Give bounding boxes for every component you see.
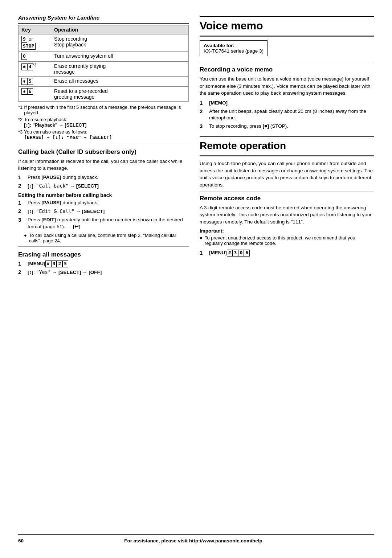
key-4: 4 xyxy=(27,63,33,70)
footnote-ref-3: *3 xyxy=(33,63,36,67)
key-5: 5 xyxy=(27,78,33,85)
col-operation: Operation xyxy=(51,25,189,34)
key-cell: 0 xyxy=(19,51,51,61)
footer-page-num: 60 xyxy=(18,538,24,543)
recording-body: You can use the base unit to leave a voi… xyxy=(200,75,374,97)
left-column: Answering System for Landline Key Operat… xyxy=(18,15,189,527)
remote-top-divider xyxy=(200,136,374,137)
step-item: 2 [↕]: "Yes" → [SELECT] → [OFF] xyxy=(18,269,189,276)
recording-heading: Recording a voice memo xyxy=(200,66,374,73)
voice-memo-title: Voice memo xyxy=(200,20,374,32)
important-label: Important: xyxy=(200,228,374,234)
footnote-2: *2 To resume playback: [↕]: "Playback" →… xyxy=(18,117,189,128)
op-cell: Turn answering system off xyxy=(51,51,189,61)
key-0: 0 xyxy=(21,53,27,60)
key-cell: ✱5 xyxy=(19,76,51,86)
calling-back-heading: Calling back (Caller ID subscribers only… xyxy=(18,148,189,156)
editing-heading: Editing the number before calling back xyxy=(18,192,189,198)
key-star3: ✱ xyxy=(21,88,27,95)
answering-title: Answering System for Landline xyxy=(18,15,189,21)
key-cell: ✱4*3 xyxy=(19,61,51,76)
footer: 60 For assistance, please visit http://w… xyxy=(18,534,374,543)
step-item: 1 [MEMO] xyxy=(200,100,374,107)
footnote-1: *1 If pressed within the first 5 seconds… xyxy=(18,104,189,115)
voice-memo-divider xyxy=(200,36,374,37)
table-row: 0 Turn answering system off xyxy=(19,51,189,61)
page: Answering System for Landline Key Operat… xyxy=(0,0,392,558)
footnote-3: *3 You can also erase as follows: [ERASE… xyxy=(18,129,189,140)
remote-op-title: Remote operation xyxy=(200,140,374,152)
step-item: 3 To stop recording, press [■] (STOP). xyxy=(200,123,374,130)
recording-steps: 1 [MEMO] 2 After the unit beeps, speak c… xyxy=(200,100,374,130)
step-item: 2 [↕]: "Call back" → [SELECT] xyxy=(18,182,189,190)
remote-access-body: A 3-digit remote access code must be ent… xyxy=(200,204,374,226)
footnotes: *1 If pressed within the first 5 seconds… xyxy=(18,104,189,140)
table-row: ✱5 Erase all messages xyxy=(19,76,189,86)
key-star2: ✱ xyxy=(21,78,27,85)
top-divider xyxy=(18,23,189,24)
bullet-cellular: ● To call back using a cellular line, co… xyxy=(24,233,189,243)
col-key: Key xyxy=(19,25,51,34)
step-item: 2 [↕]: "Edit & Call" → [SELECT] xyxy=(18,208,189,215)
op-cell: Stop recording Stop playback xyxy=(51,34,189,52)
available-box: Available for: KX-TG7641 series (page 3) xyxy=(200,40,268,56)
footer-text: For assistance, please visit http://www.… xyxy=(24,538,363,543)
important-step: 1 [MENU]#306 xyxy=(200,250,374,257)
calling-back-body: If caller information is received for th… xyxy=(18,158,189,172)
erasing-heading: Erasing all messages xyxy=(18,251,189,258)
key-cell: ✱6 xyxy=(19,86,51,101)
step-item: 2 After the unit beeps, speak clearly ab… xyxy=(200,108,374,122)
remote-access-heading: Remote access code xyxy=(200,195,374,202)
right-divider-thin xyxy=(200,63,374,63)
remote-divider xyxy=(200,155,374,156)
step-item: 3 Press [EDIT] repeatedly until the phon… xyxy=(18,217,189,230)
key-operation-table: Key Operation 9 or STOP Stop recording S… xyxy=(18,25,189,102)
calling-back-steps: 1 Press [PAUSE] during playback. 2 [↕]: … xyxy=(18,174,189,190)
key-cell: 9 or STOP xyxy=(19,34,51,52)
divider-2 xyxy=(18,246,189,247)
op-cell: Erase all messages xyxy=(51,76,189,86)
erasing-steps: 1 [MENU]#325 2 [↕]: "Yes" → [SELECT] → [… xyxy=(18,260,189,276)
key-6: 6 xyxy=(27,88,33,95)
step-item: 1 Press [PAUSE] during playback. xyxy=(18,174,189,181)
step-item: 1 [MENU]#325 xyxy=(18,260,189,267)
important-bullet-text: To prevent unauthorized access to this p… xyxy=(205,235,374,246)
key-star: ✱ xyxy=(21,63,27,70)
step-item: 1 [MENU]#306 xyxy=(200,250,374,257)
table-row: ✱6 Reset to a pre-recorded greeting mess… xyxy=(19,86,189,101)
divider-1 xyxy=(18,144,189,144)
editing-steps: 1 Press [PAUSE] during playback. 2 [↕]: … xyxy=(18,200,189,230)
right-column: Voice memo Available for: KX-TG7641 seri… xyxy=(200,15,374,527)
table-row: ✱4*3 Erase currently playing message xyxy=(19,61,189,76)
op-cell: Erase currently playing message xyxy=(51,61,189,76)
table-row: 9 or STOP Stop recording Stop playback xyxy=(19,34,189,52)
op-cell: Reset to a pre-recorded greeting message xyxy=(51,86,189,101)
important-bullet-item: ● To prevent unauthorized access to this… xyxy=(200,235,374,246)
key-9: 9 xyxy=(21,36,27,43)
key-stop: STOP xyxy=(21,43,36,50)
step-item: 1 Press [PAUSE] during playback. xyxy=(18,200,189,206)
right-top-divider xyxy=(200,16,374,17)
available-model: KX-TG7641 series (page 3) xyxy=(204,48,264,54)
available-label: Available for: xyxy=(204,43,234,48)
remote-op-body: Using a touch-tone phone, you can call y… xyxy=(200,160,374,188)
remote-divider-thin xyxy=(200,192,374,192)
